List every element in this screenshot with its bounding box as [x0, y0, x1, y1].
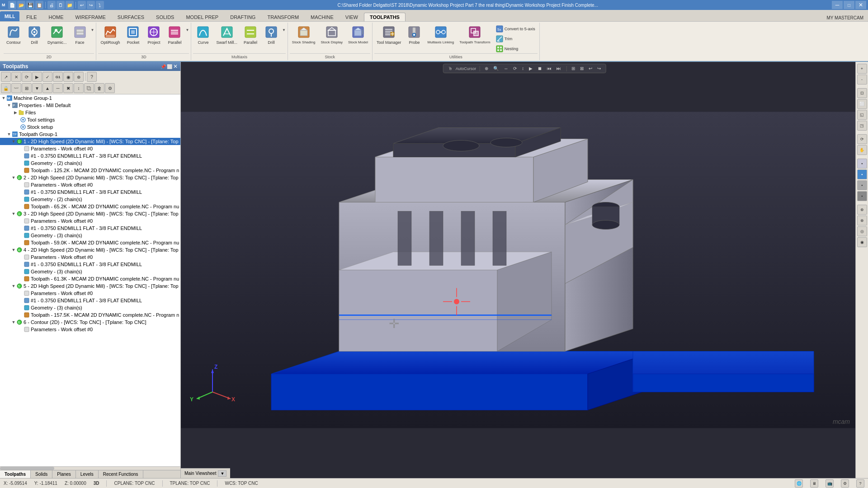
dynamic-button[interactable]: Dynamic... [45, 23, 69, 46]
tab-machine[interactable]: MACHINE [305, 13, 340, 21]
tree-item-tp4-params[interactable]: Parameters - Work offset #0 [0, 253, 180, 261]
face-button[interactable]: Face [70, 23, 90, 46]
tree-item-tp3-params[interactable]: Parameters - Work offset #0 [0, 217, 180, 225]
maximize-button[interactable]: □ [844, 1, 854, 9]
tree-item-tp5[interactable]: ▼ 5 5 - 2D High Speed (2D Dynamic Mill) … [0, 282, 180, 290]
multiaxis-linking-button[interactable]: Multiaxis Linking [425, 23, 456, 46]
stock-model-button[interactable]: Stock Model [346, 23, 370, 46]
redo2-button[interactable]: ⤵ [96, 1, 104, 9]
tab-home[interactable]: HOME [43, 13, 70, 21]
vp-tool-3[interactable]: ↔ [502, 65, 510, 72]
tab-wireframe[interactable]: WIREFRAME [70, 13, 112, 21]
ma-expand-button[interactable]: ▼ [282, 28, 286, 32]
close-button[interactable]: ✕ [855, 1, 866, 9]
status-settings-button[interactable]: ⚙ [841, 479, 849, 488]
parallel-3d-button[interactable]: Parallel [165, 23, 184, 46]
rs-color3[interactable]: ▪ [857, 180, 867, 190]
tab-levels[interactable]: Levels [76, 470, 99, 478]
tree-item-tp4-geo[interactable]: Geometry - (3) chain(s) [0, 268, 180, 275]
file-button[interactable]: 📁 [66, 1, 74, 9]
pocket-button[interactable]: Pocket [123, 23, 143, 46]
copy-tool[interactable]: ⿻ [84, 83, 94, 93]
swarf-button[interactable]: Swarf Mill... [214, 23, 240, 46]
toolpaths-tree[interactable]: ▼ M Machine Group-1 ▼ P Properties - Mil… [0, 94, 180, 466]
autocursor-button[interactable]: 🖱 [446, 65, 454, 72]
help-tool[interactable]: ? [87, 72, 97, 82]
tab-view[interactable]: VIEW [340, 13, 364, 21]
rs-view3[interactable]: ◳ [857, 121, 867, 131]
vp-tool-9[interactable]: ⏭ [555, 65, 563, 72]
new-button[interactable]: 📄 [8, 1, 16, 9]
vp-tool-8[interactable]: ⏮ [545, 65, 553, 72]
drill-ma-button[interactable]: Drill [261, 23, 281, 46]
parallel-ma-button[interactable]: Parallel [241, 23, 260, 46]
stock-shading-button[interactable]: Stock Shading [290, 23, 318, 46]
tree-item-tp3-nc[interactable]: Toolpath - 59.0K - MCAM 2D DYNAMIC compl… [0, 239, 180, 246]
tab-solids[interactable]: SOLIDS [150, 13, 180, 21]
tab-toolpaths[interactable]: Toolpaths [0, 470, 31, 478]
tree-item-tp1-nc[interactable]: Toolpath - 125.2K - MCAM 2D DYNAMIC comp… [0, 167, 180, 174]
3d-expand-button[interactable]: ▼ [185, 28, 189, 32]
tree-item-tp3-geo[interactable]: Geometry - (3) chain(s) [0, 232, 180, 239]
settings-tool[interactable]: ⚙ [105, 83, 115, 93]
verify2-tool[interactable]: ⊕ [74, 72, 84, 82]
backplot-tool[interactable]: ▶ [32, 72, 42, 82]
vp-tool-5[interactable]: ↕ [520, 65, 526, 72]
lock-tool[interactable]: 🔒 [1, 83, 11, 93]
tree-item-tp1-params[interactable]: Parameters - Work offset #0 [0, 145, 180, 152]
tab-drafting[interactable]: DRAFTING [224, 13, 261, 21]
panel-float-button[interactable]: ⬜ [167, 63, 172, 70]
tree-item-toolpath-group[interactable]: ▼ TP Toolpath Group-1 [0, 131, 180, 138]
rs-color2[interactable]: ▪ [857, 169, 867, 179]
rs-zoom-in[interactable]: + [857, 64, 867, 74]
probe-button[interactable]: Probe [404, 23, 424, 46]
filter-up-tool[interactable]: ▲ [42, 83, 52, 93]
tab-recent[interactable]: Recent Functions [99, 470, 143, 478]
rs-rotate[interactable]: ⟳ [857, 134, 867, 144]
vp-tool-11[interactable]: ⊠ [578, 65, 585, 72]
status-help-button[interactable]: ? [856, 479, 864, 488]
model-viewport[interactable]: ✛ Z Y X mcam [181, 62, 868, 478]
drill-button[interactable]: Drill [24, 23, 44, 46]
vp-tool-4[interactable]: ⟳ [511, 65, 519, 72]
rs-extra4[interactable]: ◉ [857, 237, 867, 247]
rs-extra1[interactable]: ⊕ [857, 205, 867, 215]
toolpath-transform-button[interactable]: Toolpath Transform [457, 23, 492, 46]
2d-expand-button[interactable]: ▼ [91, 28, 94, 32]
rs-extra2[interactable]: ⊗ [857, 216, 867, 225]
delete-tool[interactable]: 🗑 [94, 83, 104, 93]
rs-zoom-out[interactable]: - [857, 75, 867, 84]
my-mastercam-button[interactable]: MY MASTERCAM [822, 14, 868, 21]
panel-close-button[interactable]: ✕ [173, 63, 178, 70]
vp-tool-7[interactable]: ⏹ [536, 65, 544, 72]
tree-item-tp6-params[interactable]: Parameters - Work offset #0 [0, 326, 180, 333]
rs-pan[interactable]: ✋ [857, 145, 867, 155]
tree-item-tp3[interactable]: ▼ 3 3 - 2D High Speed (2D Dynamic Mill) … [0, 210, 180, 217]
move-tool[interactable]: ↕ [74, 83, 84, 93]
rs-view1[interactable]: ⬜ [857, 99, 867, 109]
rs-fit[interactable]: ⊡ [857, 88, 867, 98]
minus-tool[interactable]: ─ [53, 83, 63, 93]
status-globe-button[interactable]: 🌐 [795, 479, 803, 488]
verify-tool[interactable]: ✓ [42, 72, 52, 82]
tab-toolpaths[interactable]: TOOLPATHS [364, 13, 406, 21]
grid-tool[interactable]: ⊞ [22, 83, 32, 93]
filter-down-tool[interactable]: ▼ [32, 83, 42, 93]
select-all-tool[interactable]: ↗ [1, 72, 11, 82]
tree-item-tp2-params[interactable]: Parameters - Work offset #0 [0, 181, 180, 188]
tree-item-properties[interactable]: ▼ P Properties - Mill Default [0, 102, 180, 109]
tree-item-tp4[interactable]: ▼ 4 4 - 2D High Speed (2D Dynamic Mill) … [0, 246, 180, 253]
select-mode-tool[interactable]: ◉ [63, 72, 73, 82]
tree-item-tp5-params[interactable]: Parameters - Work offset #0 [0, 290, 180, 297]
rs-extra3[interactable]: ◎ [857, 226, 867, 236]
tree-item-tp2[interactable]: ▼ 2 2 - 2D High Speed (2D Dynamic Mill) … [0, 174, 180, 181]
vp-tool-1[interactable]: ⊕ [483, 65, 490, 72]
panel-pin-button[interactable]: 📌 [160, 63, 166, 70]
rs-view2[interactable]: ◱ [857, 110, 867, 120]
stock-display-button[interactable]: Stock Display [318, 23, 344, 46]
tab-planes[interactable]: Planes [52, 470, 76, 478]
cross-tool[interactable]: ✖ [63, 83, 73, 93]
contour-button[interactable]: Contour [4, 23, 24, 46]
convert-5axis-button[interactable]: 5x Convert to 5-axis [494, 24, 538, 33]
optirough-button[interactable]: OptiRough [98, 23, 122, 46]
